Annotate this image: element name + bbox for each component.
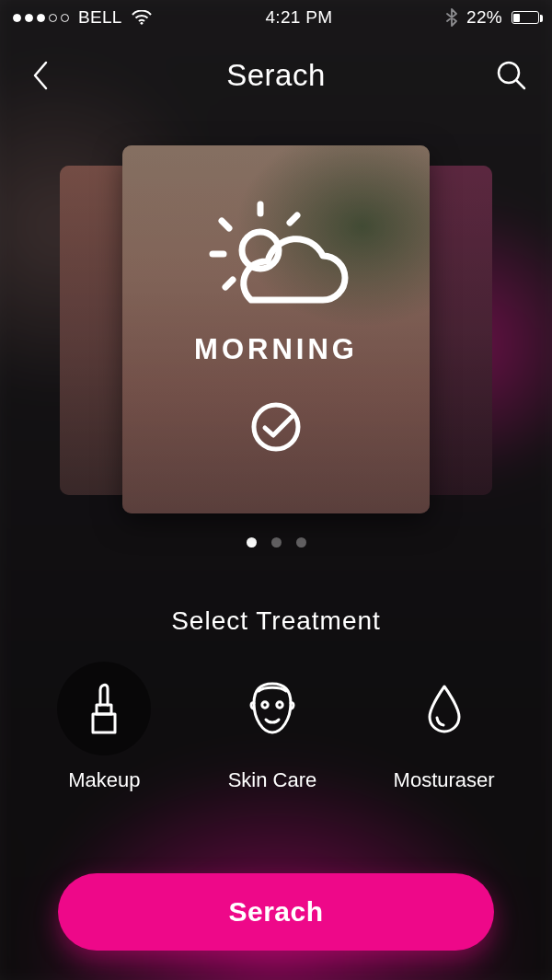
clock: 4:21 PM [265, 7, 332, 28]
page-title: Serach [226, 58, 326, 93]
carousel-card-label: MORNING [194, 333, 358, 366]
treatment-skincare[interactable]: Skin Care [225, 662, 319, 792]
droplet-icon [425, 683, 464, 734]
chevron-left-icon [31, 60, 50, 91]
svg-rect-5 [93, 714, 115, 732]
face-mask-icon [247, 681, 297, 736]
treatment-list: Makeup Skin Care Mosturas [0, 662, 552, 792]
treatment-moisturiser[interactable]: Mosturaser [394, 662, 495, 792]
navigation-bar: Serach [0, 35, 552, 116]
carousel-next-card[interactable] [422, 166, 492, 495]
carrier-label: BELL [78, 7, 122, 28]
carousel-pager [0, 537, 552, 548]
battery-percent: 22% [466, 7, 502, 28]
selected-check-icon [250, 401, 302, 453]
section-title: Select Treatment [0, 606, 552, 636]
status-right: 22% [446, 7, 539, 28]
treatment-makeup[interactable]: Makeup [57, 662, 151, 792]
search-cta-button[interactable]: Serach [58, 873, 494, 951]
svg-point-6 [262, 702, 268, 708]
bluetooth-icon [446, 8, 457, 27]
signal-strength-icon [13, 14, 69, 22]
pager-dot[interactable] [271, 537, 282, 548]
svg-point-1 [499, 63, 519, 83]
pager-dot[interactable] [247, 537, 257, 548]
status-bar: BELL 4:21 PM 22% [0, 0, 552, 35]
time-of-day-carousel[interactable]: MORNING [0, 145, 552, 513]
pager-dot[interactable] [296, 537, 306, 548]
cta-label: Serach [228, 896, 323, 928]
svg-point-3 [254, 405, 298, 449]
svg-point-0 [140, 22, 143, 25]
treatment-label: Skin Care [228, 768, 317, 792]
lipstick-icon [85, 681, 123, 736]
treatment-label: Makeup [68, 768, 140, 792]
screen: BELL 4:21 PM 22% S [0, 0, 552, 980]
search-icon [496, 60, 527, 91]
battery-icon [512, 11, 539, 24]
status-left: BELL [13, 7, 152, 28]
treatment-label: Mosturaser [394, 768, 495, 792]
search-button[interactable] [491, 55, 532, 96]
carousel-active-card[interactable]: MORNING [122, 145, 430, 513]
morning-icon [198, 201, 354, 320]
svg-point-7 [277, 702, 282, 708]
carousel-prev-card[interactable] [60, 166, 130, 495]
back-button[interactable] [20, 55, 61, 96]
wifi-icon [132, 10, 152, 25]
